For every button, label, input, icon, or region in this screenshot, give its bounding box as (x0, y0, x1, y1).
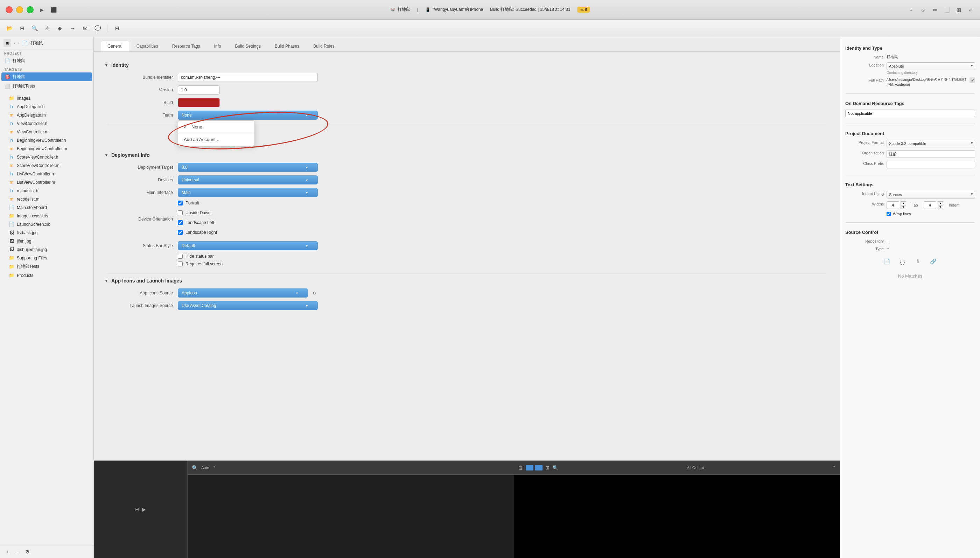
minimize-button[interactable] (16, 6, 23, 13)
launch-images-source-select[interactable]: Use Asset Catalog ▾ (178, 301, 318, 310)
nav-grid-icon[interactable]: ⊞ (3, 39, 11, 47)
tab-resource-tags[interactable]: Resource Tags (166, 41, 207, 51)
bottom-grid-icon[interactable]: ⊞ (545, 465, 549, 471)
sidebar-item-listviewcontroller-h[interactable]: h ListViewController.h (2, 170, 92, 178)
sidebar-item-scoreviewcontroller-m[interactable]: m ScoreViewController.m (2, 161, 92, 169)
rp-indent-increment[interactable]: ▲ (937, 201, 943, 205)
sidebar-item-beginningviewcontroller-h[interactable]: h BeginningViewController.h (2, 136, 92, 144)
dropdown-item-add-account[interactable]: Add an Account... (178, 135, 254, 144)
view-layout-2-icon[interactable] (535, 465, 542, 471)
sidebar-item-products[interactable]: 📁 Products (2, 271, 92, 279)
rp-indent-input[interactable] (924, 201, 936, 209)
rp-indent-decrement[interactable]: ▼ (937, 205, 943, 209)
rp-class-prefix-input[interactable] (887, 161, 975, 168)
bottom-trash-icon[interactable]: 🗑 (518, 465, 523, 471)
sidebar-item-datishu-tests[interactable]: 📁 打地鼠Tests (2, 262, 92, 271)
version-input[interactable] (178, 85, 220, 95)
close-button[interactable] (6, 6, 13, 13)
mail-icon[interactable]: ✉ (80, 24, 90, 33)
stop-button[interactable]: ⬛ (50, 6, 57, 14)
forward-nav-icon[interactable]: › (18, 41, 20, 45)
sidebar-item-listback[interactable]: 🖼 listback.jpg (2, 228, 92, 236)
orientation-landscape-left-checkbox[interactable] (178, 220, 183, 225)
sidebar-item-viewcontroller-m[interactable]: m ViewController.m (2, 128, 92, 136)
bottom-filter-icon[interactable]: ⊞ (135, 507, 139, 512)
sidebar-item-recodelist-h[interactable]: h recodelist.h (2, 187, 92, 195)
sidebar-item-viewcontroller-h[interactable]: h ViewController.h (2, 119, 92, 127)
sidebar-item-launchscreen[interactable]: 📄 LaunchScreen.xib (2, 220, 92, 228)
team-select-button[interactable]: None ▾ (178, 111, 318, 120)
app-icons-source-select[interactable]: AppIcon ▾ (178, 289, 308, 297)
sidebar-settings-button[interactable]: ⚙ (24, 548, 31, 555)
rp-link-icon[interactable]: 🔗 (929, 257, 938, 266)
sidebar-item-appdelegate-h[interactable]: h AppDelegate.h (2, 103, 92, 111)
play-button[interactable]: ▶ (38, 6, 46, 14)
search-icon[interactable]: 🔍 (30, 24, 39, 33)
dropdown-item-none[interactable]: None (178, 122, 254, 131)
sidebar-item-project[interactable]: 📄 打地鼠 (2, 56, 92, 65)
back-icon[interactable]: ⬅ (931, 6, 939, 14)
tab-build-rules[interactable]: Build Rules (306, 41, 341, 51)
tab-capabilities[interactable]: Capabilities (130, 41, 165, 51)
rp-tab-decrement[interactable]: ▼ (901, 205, 906, 209)
status-bar-style-select[interactable]: Default ▾ (178, 241, 318, 250)
rp-doc-icon[interactable]: 📄 (882, 257, 892, 266)
bottom-search-icon[interactable]: 🔍 (192, 465, 198, 471)
sidebar-item-target-main[interactable]: 🎯 打地鼠 (2, 72, 92, 81)
sidebar-item-dishujiemian[interactable]: 🖼 dishujiemian.jpg (2, 245, 92, 253)
sidebar-item-beginningviewcontroller-m[interactable]: m BeginningViewController.m (2, 144, 92, 153)
sidebar-item-recodelist-m[interactable]: m recodelist.m (2, 195, 92, 203)
bottom-search-right-icon[interactable]: 🔍 (552, 465, 558, 471)
list-view-icon[interactable]: ≡ (907, 6, 915, 14)
tab-info[interactable]: Info (208, 41, 228, 51)
rp-code-icon[interactable]: { } (898, 257, 908, 266)
arrow-icon[interactable]: → (68, 24, 77, 33)
orientation-portrait-checkbox[interactable] (178, 200, 183, 205)
rp-wrap-lines-checkbox[interactable] (887, 212, 891, 216)
hide-status-bar-checkbox[interactable] (178, 254, 183, 259)
grid-icon[interactable]: ⊞ (112, 24, 121, 33)
sidebar-item-target-tests[interactable]: ⬜ 打地鼠Tests (2, 82, 92, 91)
fullscreen-button[interactable] (26, 6, 34, 13)
remove-file-button[interactable]: − (14, 548, 21, 555)
rp-location-select[interactable]: Absolute (887, 62, 975, 70)
sidebar-item-appdelegate-m[interactable]: m AppDelegate.m (2, 111, 92, 119)
diamond-icon[interactable]: ◆ (55, 24, 64, 33)
identity-section-arrow[interactable]: ▼ (104, 63, 108, 67)
add-file-icon[interactable]: ⊞ (18, 24, 26, 33)
deployment-section-arrow[interactable]: ▼ (104, 153, 108, 158)
sidebar-item-images-xcassets[interactable]: 📁 Images.xcassets (2, 212, 92, 220)
sidebar-item-scoreviewcontroller-h[interactable]: h ScoreViewController.h (2, 153, 92, 161)
rp-indent-using-select[interactable]: Spaces (887, 191, 975, 199)
warning-icon[interactable]: ⚠ (43, 24, 52, 33)
devices-select[interactable]: Universal ▾ (178, 176, 318, 184)
sidebar-item-main-storyboard[interactable]: 📄 Main.storyboard (2, 204, 92, 212)
folder-icon[interactable]: 📂 (5, 24, 14, 33)
sidebar-item-listviewcontroller-m[interactable]: m ListViewController.m (2, 178, 92, 186)
back-nav-icon[interactable]: ‹ (14, 41, 15, 45)
build-input[interactable] (178, 98, 220, 107)
add-file-button[interactable]: + (4, 548, 11, 555)
rp-organization-input[interactable] (887, 150, 975, 158)
tab-build-settings[interactable]: Build Settings (229, 41, 267, 51)
expand-icon[interactable]: ⤢ (967, 6, 974, 14)
app-icons-section-arrow[interactable]: ▼ (104, 278, 108, 283)
tab-general[interactable]: General (101, 41, 129, 51)
sidebar-item-image1[interactable]: 📁 image1 (2, 94, 92, 102)
rp-tab-input[interactable] (887, 201, 899, 209)
bottom-play-icon[interactable]: ▶ (142, 507, 146, 512)
app-icons-settings-icon[interactable]: ⚙ (311, 289, 318, 297)
deployment-target-select[interactable]: 8.0 ▾ (178, 163, 318, 172)
orientation-upside-down-checkbox[interactable] (178, 210, 183, 215)
sidebar-item-supporting-files[interactable]: 📁 Supporting Files (2, 254, 92, 262)
orientation-landscape-right-checkbox[interactable] (178, 230, 183, 235)
layout-icon[interactable]: ⬜ (943, 6, 951, 14)
tab-build-phases[interactable]: Build Phases (268, 41, 306, 51)
sidebar-icon[interactable]: ▦ (955, 6, 962, 14)
sidebar-item-jifen[interactable]: 🖼 jifen.jpg (2, 237, 92, 245)
rp-open-in-finder-icon[interactable]: ⤢ (970, 77, 975, 83)
requires-full-screen-checkbox[interactable] (178, 261, 183, 266)
share-icon[interactable]: ⎋ (919, 6, 927, 14)
rp-not-applicable-input[interactable] (845, 110, 975, 117)
main-interface-select[interactable]: Main ▾ (178, 188, 318, 197)
